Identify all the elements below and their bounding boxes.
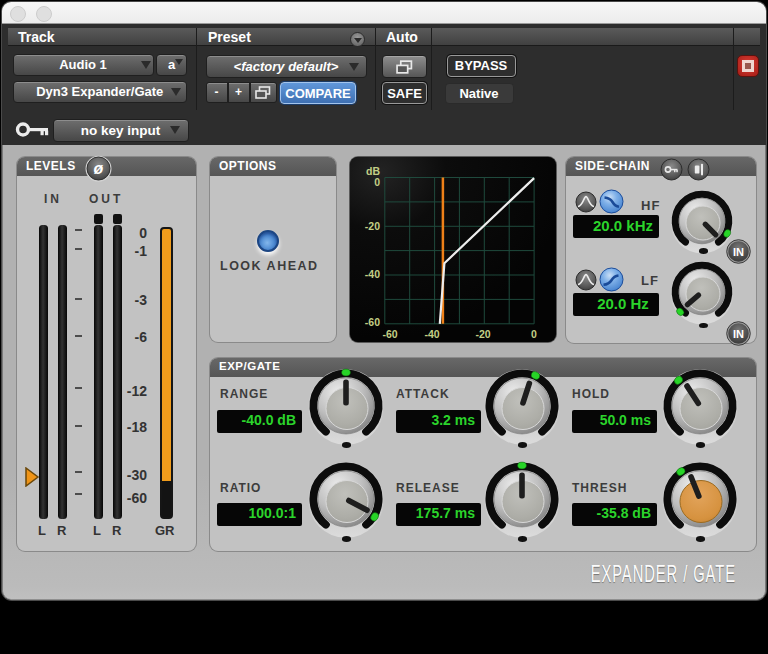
- svg-text:IN: IN: [733, 328, 744, 340]
- svg-text:0: 0: [374, 176, 380, 188]
- svg-text:-40: -40: [424, 328, 439, 340]
- svg-text:-60: -60: [365, 316, 380, 328]
- svg-text:0: 0: [531, 328, 537, 340]
- svg-text:-40: -40: [365, 268, 380, 280]
- svg-text:-20: -20: [365, 220, 380, 232]
- svg-text:IN: IN: [733, 246, 744, 258]
- svg-text:-20: -20: [475, 328, 490, 340]
- svg-text:-60: -60: [382, 328, 397, 340]
- svg-text:ø: ø: [94, 160, 104, 177]
